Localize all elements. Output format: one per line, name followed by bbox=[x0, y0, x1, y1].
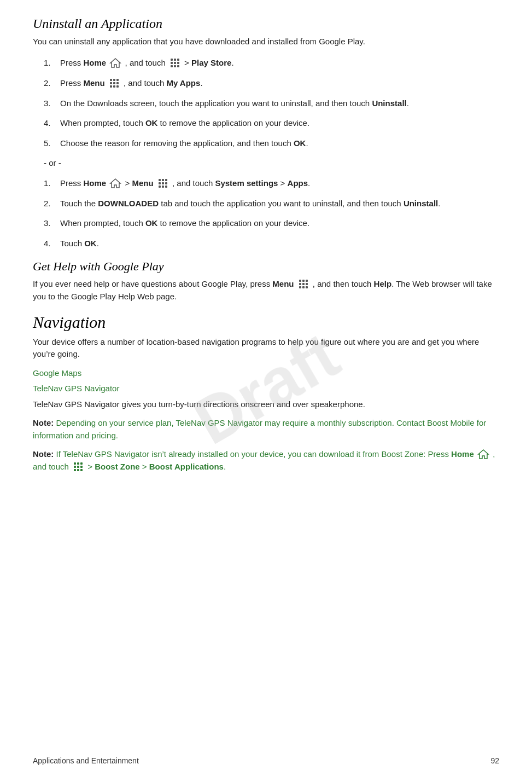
svg-rect-27 bbox=[162, 186, 164, 188]
step1-playstore-label: Play Store bbox=[191, 58, 231, 67]
step2-menu-label: Menu bbox=[84, 78, 105, 88]
svg-rect-12 bbox=[116, 79, 119, 81]
home-icon-2 bbox=[109, 177, 121, 189]
s2-step1-systemsettings-label: System settings bbox=[215, 178, 278, 188]
svg-rect-43 bbox=[77, 466, 79, 468]
navigation-title: Navigation bbox=[33, 313, 499, 332]
svg-rect-33 bbox=[302, 283, 305, 285]
s2-step1-menu-label: Menu bbox=[132, 178, 153, 188]
step-3: 3. On the Downloads screen, touch the ap… bbox=[44, 97, 499, 110]
svg-rect-42 bbox=[74, 466, 76, 468]
svg-marker-38 bbox=[478, 450, 488, 459]
step-content-1: Press Home , and touch bbox=[60, 57, 499, 70]
s2-step1-apps-label: Apps bbox=[288, 178, 308, 188]
svg-rect-5 bbox=[174, 62, 176, 64]
note2-gt1: > bbox=[85, 462, 95, 471]
step2-content-3: When prompted, touch OK to remove the ap… bbox=[60, 217, 499, 230]
svg-rect-41 bbox=[80, 462, 83, 465]
note2-home-label: Home bbox=[451, 449, 474, 459]
svg-marker-19 bbox=[110, 179, 120, 188]
step2-4: 4. Touch OK. bbox=[44, 238, 499, 250]
uninstall-intro: You can uninstall any application that y… bbox=[33, 36, 499, 48]
footer-right: 92 bbox=[490, 756, 499, 765]
svg-rect-23 bbox=[159, 182, 161, 184]
step2-myapps-label: My Apps bbox=[166, 78, 200, 88]
step3-uninstall-label: Uninstall bbox=[372, 99, 406, 108]
step-num-5: 5. bbox=[44, 137, 60, 150]
navigation-section: Navigation Your device offers a number o… bbox=[33, 313, 499, 474]
step2-num-4: 4. bbox=[44, 238, 60, 250]
step-num-2: 2. bbox=[44, 77, 60, 90]
s2-step4-ok-label: OK bbox=[84, 239, 97, 248]
svg-marker-0 bbox=[110, 59, 120, 67]
svg-rect-17 bbox=[113, 85, 115, 88]
svg-rect-22 bbox=[165, 179, 167, 181]
s2-step2-downloaded-label: DOWNLOADED bbox=[98, 199, 159, 208]
page-footer: Applications and Entertainment 92 bbox=[33, 756, 499, 765]
svg-rect-46 bbox=[77, 469, 79, 471]
step2-content-2: Touch the DOWNLOADED tab and touch the a… bbox=[60, 198, 499, 210]
svg-rect-21 bbox=[162, 179, 164, 181]
svg-rect-44 bbox=[80, 466, 83, 468]
menu-icon-1 bbox=[169, 57, 181, 69]
steps-set2: 1. Press Home > Menu , bbox=[44, 177, 499, 250]
step5-ok-label: OK bbox=[294, 138, 306, 148]
svg-rect-35 bbox=[299, 286, 301, 288]
navigation-intro: Your device offers a number of location-… bbox=[33, 336, 499, 361]
s2-step2-uninstall-label: Uninstall bbox=[404, 199, 438, 208]
note2-home-icon-wrap bbox=[474, 449, 493, 459]
svg-rect-10 bbox=[110, 79, 112, 81]
step-content-4: When prompted, touch OK to remove the ap… bbox=[60, 117, 499, 130]
note2: Note: If TeleNav GPS Navigator isn’t alr… bbox=[33, 448, 499, 473]
home-icon-3 bbox=[477, 448, 489, 460]
googlemaps-anchor[interactable]: Google Maps bbox=[33, 368, 81, 378]
svg-rect-24 bbox=[162, 182, 164, 184]
step2-content-1: Press Home > Menu , and touch System s bbox=[60, 177, 499, 190]
svg-rect-25 bbox=[165, 182, 167, 184]
svg-rect-4 bbox=[171, 62, 173, 64]
step-1: 1. Press Home , and touch bbox=[44, 57, 499, 70]
note2-period: . bbox=[224, 462, 226, 471]
step4-ok-label: OK bbox=[145, 118, 158, 128]
step2-num-2: 2. bbox=[44, 198, 60, 210]
svg-rect-36 bbox=[302, 286, 305, 288]
step-content-3: On the Downloads screen, touch the appli… bbox=[60, 97, 499, 110]
svg-rect-15 bbox=[116, 82, 119, 84]
svg-rect-40 bbox=[77, 462, 79, 465]
svg-rect-14 bbox=[113, 82, 115, 84]
svg-rect-18 bbox=[116, 85, 119, 88]
step-num-1: 1. bbox=[44, 57, 60, 70]
note2-intro: If TeleNav GPS Navigator isn’t already i… bbox=[54, 449, 451, 459]
get-help-section: Get Help with Google Play If you ever ne… bbox=[33, 259, 499, 303]
home-icon-1 bbox=[109, 57, 121, 69]
svg-rect-20 bbox=[159, 179, 161, 181]
or-separator: - or - bbox=[44, 157, 499, 170]
note2-boostapps-label: Boost Applications bbox=[149, 462, 224, 471]
menu-icon-4 bbox=[297, 278, 309, 290]
svg-rect-26 bbox=[159, 186, 161, 188]
note1-text: Depending on your service plan, TeleNav … bbox=[33, 418, 486, 440]
svg-rect-31 bbox=[306, 280, 308, 282]
telenav-anchor[interactable]: TeleNav GPS Navigator bbox=[33, 384, 119, 393]
step-5: 5. Choose the reason for removing the ap… bbox=[44, 137, 499, 150]
telenav-link[interactable]: TeleNav GPS Navigator bbox=[33, 383, 499, 395]
svg-rect-29 bbox=[299, 280, 301, 282]
step2-3: 3. When prompted, touch OK to remove the… bbox=[44, 217, 499, 230]
svg-rect-45 bbox=[74, 469, 76, 471]
s2-step3-ok-label: OK bbox=[145, 218, 158, 228]
step-4: 4. When prompted, touch OK to remove the… bbox=[44, 117, 499, 130]
note1-label: Note: bbox=[33, 418, 54, 427]
svg-rect-3 bbox=[177, 59, 179, 61]
step-num-3: 3. bbox=[44, 97, 60, 110]
svg-rect-39 bbox=[74, 462, 76, 465]
step2-num-1: 1. bbox=[44, 177, 60, 190]
step-num-4: 4. bbox=[44, 117, 60, 130]
svg-rect-37 bbox=[306, 286, 308, 288]
svg-rect-1 bbox=[171, 59, 173, 61]
footer-left: Applications and Entertainment bbox=[33, 756, 139, 765]
svg-rect-7 bbox=[171, 65, 173, 67]
note1: Note: Depending on your service plan, Te… bbox=[33, 417, 499, 442]
googlemaps-link[interactable]: Google Maps bbox=[33, 367, 499, 380]
telenav-body: TeleNav GPS Navigator gives you turn-by-… bbox=[33, 398, 499, 411]
note2-boostzone-label: Boost Zone bbox=[95, 462, 140, 471]
